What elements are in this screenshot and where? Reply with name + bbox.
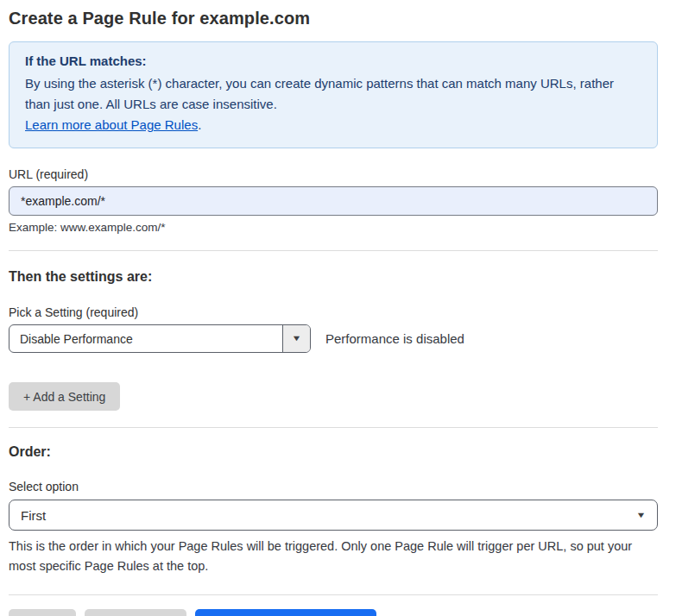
info-box-body: By using the asterisk (*) character, you… (25, 73, 641, 115)
url-label: URL (required) (9, 167, 658, 181)
order-select-value: First (21, 508, 46, 523)
url-example-text: Example: www.example.com/* (9, 221, 658, 234)
setting-dropdown-arrow-button[interactable]: ▼ (282, 325, 310, 352)
save-and-deploy-button[interactable]: Save and Deploy Page Rule (195, 609, 376, 616)
order-help-text: This is the order in which your Page Rul… (9, 537, 652, 576)
link-suffix: . (198, 117, 201, 132)
info-box-heading: If the URL matches: (25, 53, 641, 68)
url-match-info-box: If the URL matches: By using the asteris… (9, 41, 658, 148)
save-as-draft-button[interactable]: Save as Draft (85, 609, 187, 616)
url-input[interactable] (9, 186, 658, 216)
setting-status-text: Performance is disabled (325, 331, 464, 346)
divider (9, 594, 658, 595)
order-section-heading: Order: (9, 444, 658, 460)
chevron-down-icon: ▼ (291, 335, 301, 343)
chevron-down-icon: ▼ (636, 512, 647, 519)
order-select[interactable]: First ▼ (9, 500, 658, 531)
cancel-button[interactable]: Cancel (9, 609, 76, 616)
settings-section-heading: Then the settings are: (9, 269, 658, 285)
setting-dropdown-value: Disable Performance (9, 325, 282, 352)
order-select-label: Select option (9, 480, 658, 493)
page-title: Create a Page Rule for example.com (9, 9, 658, 28)
setting-dropdown[interactable]: Disable Performance ▼ (9, 324, 311, 353)
add-setting-wrap: + Add a Setting (9, 382, 658, 411)
create-page-rule-form: Create a Page Rule for example.com If th… (0, 0, 682, 616)
info-box-link-line: Learn more about Page Rules. (25, 115, 641, 135)
pick-setting-label: Pick a Setting (required) (9, 305, 658, 319)
divider (9, 427, 658, 428)
divider (9, 250, 658, 251)
footer-buttons: Cancel Save as Draft Save and Deploy Pag… (9, 609, 658, 616)
learn-more-link[interactable]: Learn more about Page Rules (25, 117, 198, 132)
add-setting-button[interactable]: + Add a Setting (9, 382, 120, 411)
setting-row: Disable Performance ▼ Performance is dis… (9, 324, 658, 353)
